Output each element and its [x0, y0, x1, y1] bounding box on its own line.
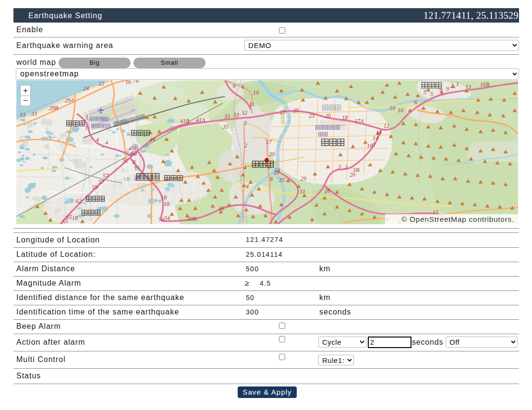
svg-text:49: 49: [149, 136, 155, 143]
svg-text:25: 25: [293, 107, 299, 114]
svg-text:33: 33: [224, 113, 230, 120]
svg-text:29B: 29B: [49, 105, 59, 111]
svg-text:6: 6: [233, 83, 236, 89]
svg-text:20: 20: [325, 112, 331, 119]
svg-text:33: 33: [233, 111, 239, 118]
svg-text:3: 3: [338, 163, 341, 170]
svg-text:18: 18: [72, 215, 78, 221]
svg-text:© OpenStreetMap contributors.: © OpenStreetMap contributors.: [401, 215, 514, 223]
svg-text:29A: 29A: [65, 97, 74, 104]
svg-text:57: 57: [98, 179, 105, 185]
svg-text:4: 4: [96, 136, 99, 143]
svg-text:16: 16: [125, 80, 131, 85]
svg-text:26: 26: [325, 187, 330, 194]
svg-text:4: 4: [105, 139, 108, 146]
svg-text:10: 10: [398, 107, 403, 114]
svg-text:10: 10: [253, 89, 259, 96]
svg-text:50B: 50B: [187, 216, 197, 222]
svg-text:14: 14: [373, 134, 378, 141]
svg-text:35: 35: [222, 123, 229, 130]
svg-text:1: 1: [456, 81, 459, 87]
svg-text:2: 2: [244, 142, 247, 149]
svg-text:8: 8: [270, 176, 273, 182]
svg-text:12: 12: [384, 122, 389, 129]
svg-text:65: 65: [62, 218, 68, 224]
svg-text:24: 24: [83, 85, 89, 92]
svg-text:11: 11: [249, 101, 254, 108]
svg-text:9: 9: [439, 86, 442, 93]
svg-text:31: 31: [299, 188, 305, 195]
svg-text:17: 17: [266, 139, 272, 145]
svg-text:35: 35: [278, 177, 285, 183]
svg-text:13: 13: [465, 84, 471, 90]
svg-text:57: 57: [103, 172, 109, 179]
svg-text:1: 1: [85, 114, 88, 121]
svg-text:5: 5: [423, 89, 426, 96]
svg-text:18: 18: [342, 114, 348, 121]
svg-text:20: 20: [269, 151, 275, 157]
svg-text:32: 32: [241, 109, 247, 116]
svg-text:29: 29: [301, 175, 306, 182]
svg-text:9: 9: [446, 85, 449, 92]
svg-text:4: 4: [246, 183, 249, 190]
svg-text:52: 52: [122, 157, 128, 164]
svg-text:0: 0: [372, 141, 375, 148]
svg-text:1: 1: [85, 124, 88, 131]
svg-text:46: 46: [218, 205, 224, 212]
svg-text:10: 10: [389, 105, 395, 111]
svg-text:4: 4: [243, 164, 246, 171]
svg-text:11: 11: [134, 165, 140, 171]
svg-text:33: 33: [31, 110, 37, 117]
svg-text:2: 2: [450, 82, 453, 89]
svg-text:18: 18: [161, 194, 167, 201]
svg-text:41B: 41B: [180, 118, 190, 124]
svg-text:16B: 16B: [480, 81, 490, 88]
svg-text:23: 23: [309, 112, 314, 119]
svg-text:54: 54: [158, 216, 164, 223]
svg-text:54: 54: [164, 215, 170, 221]
svg-text:20: 20: [350, 171, 355, 178]
svg-text:22: 22: [98, 80, 104, 87]
svg-text:59: 59: [92, 184, 98, 191]
svg-text:41A: 41A: [196, 117, 206, 123]
svg-text:3: 3: [344, 164, 348, 170]
svg-text:6: 6: [268, 164, 271, 170]
svg-text:6: 6: [414, 99, 417, 106]
svg-text:27: 27: [280, 109, 286, 116]
svg-text:76: 76: [133, 80, 139, 84]
svg-text:8: 8: [130, 151, 133, 157]
svg-text:17A: 17A: [354, 118, 364, 124]
svg-text:5: 5: [430, 91, 433, 97]
svg-text:6: 6: [242, 84, 244, 90]
svg-text:62: 62: [76, 198, 82, 205]
svg-text:26: 26: [274, 169, 279, 176]
svg-text:1: 1: [244, 120, 247, 126]
svg-text:18: 18: [164, 201, 169, 207]
svg-text:33: 33: [19, 111, 25, 118]
